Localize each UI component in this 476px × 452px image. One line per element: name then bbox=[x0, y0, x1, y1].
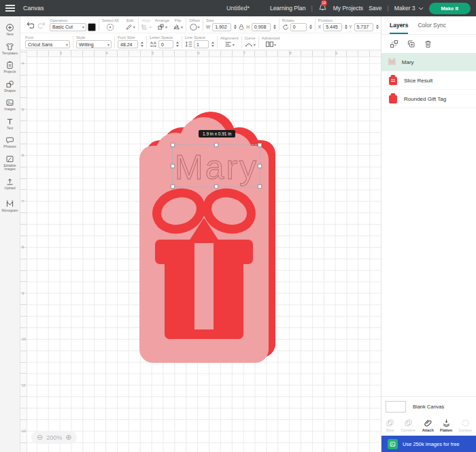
selection-handle[interactable] bbox=[214, 143, 218, 147]
contour-icon bbox=[461, 419, 470, 427]
clipboard-icon bbox=[5, 61, 14, 69]
design-canvas[interactable]: 3456789 456789101112 bbox=[20, 50, 381, 452]
selection-handle[interactable] bbox=[171, 184, 175, 189]
rotate-input[interactable]: 0 bbox=[290, 23, 307, 31]
nav-canvas[interactable]: Canvas bbox=[23, 5, 44, 12]
flip-tool[interactable]: Flip ▾ bbox=[173, 18, 183, 31]
attach-button[interactable]: Attach bbox=[422, 419, 434, 432]
ruler-vertical: 456789101112 bbox=[20, 50, 27, 452]
layer-row-mary[interactable]: M Mary bbox=[381, 53, 476, 71]
selection-box[interactable] bbox=[172, 144, 260, 187]
color-swatch[interactable] bbox=[88, 23, 96, 31]
select-all-tool[interactable]: Select All bbox=[102, 18, 119, 31]
style-select[interactable]: Writing▾ bbox=[76, 40, 112, 48]
blank-canvas-swatch[interactable] bbox=[386, 401, 406, 413]
app-window: Canvas Untitled* Learning Plan | 19 My P… bbox=[0, 0, 476, 452]
images-icon bbox=[5, 98, 14, 107]
edit-tool[interactable]: Edit ▾ bbox=[125, 18, 135, 31]
size-group: Size W 1.902 H 0.908 bbox=[206, 18, 276, 31]
upload-icon bbox=[5, 177, 14, 186]
delete-icon[interactable] bbox=[424, 39, 432, 48]
combine-button[interactable]: Combine bbox=[401, 419, 415, 432]
promo-image-icon bbox=[388, 439, 398, 449]
speech-bubble-icon bbox=[5, 135, 14, 144]
position-y-stepper[interactable] bbox=[376, 25, 379, 30]
sidebar-item-new[interactable]: New bbox=[0, 20, 20, 39]
tab-color-sync[interactable]: Color Sync bbox=[418, 22, 446, 34]
editable-images-icon bbox=[5, 155, 14, 163]
canvas-settings-block: Blank Canvas Slice Combine Attach Flatt bbox=[381, 396, 476, 436]
selection-handle[interactable] bbox=[171, 143, 175, 147]
operation-select[interactable]: Basic Cut▾ bbox=[50, 23, 86, 31]
layer-row-rounded-gift-tag[interactable]: Rounded Gift Tag bbox=[381, 90, 476, 108]
line-space-stepper[interactable] bbox=[211, 42, 214, 47]
selection-handle[interactable] bbox=[258, 184, 262, 189]
letter-space-stepper[interactable] bbox=[176, 42, 179, 47]
height-stepper[interactable] bbox=[273, 25, 276, 30]
line-space-input[interactable]: 1 bbox=[194, 40, 209, 48]
curve-tool[interactable]: Curve ▾ bbox=[245, 36, 256, 48]
flatten-button[interactable]: Flatten bbox=[440, 419, 452, 432]
layer-thumb-text: M bbox=[388, 56, 396, 67]
sidebar-item-phrases[interactable]: Phrases bbox=[0, 133, 20, 152]
left-sidebar: New Templates Projects Shapes Images Tex… bbox=[0, 16, 20, 452]
zoom-in-button[interactable]: ⊕ bbox=[65, 434, 71, 441]
make-it-button[interactable]: Make It bbox=[429, 3, 471, 14]
position-x-input[interactable]: 5.445 bbox=[323, 23, 342, 31]
position-x-stepper[interactable] bbox=[345, 25, 347, 30]
layer-row-slice-result[interactable]: Slice Result bbox=[381, 71, 476, 90]
sidebar-item-upload[interactable]: Upload bbox=[0, 174, 20, 193]
shapes-icon bbox=[5, 80, 14, 88]
lock-icon[interactable] bbox=[238, 23, 245, 31]
images-promo-banner[interactable]: Use 250k images for free bbox=[381, 436, 476, 452]
duplicate-icon[interactable] bbox=[407, 39, 415, 48]
monogram-icon bbox=[5, 199, 14, 208]
selection-handle[interactable] bbox=[258, 164, 262, 168]
zoom-out-button[interactable]: ⊖ bbox=[37, 434, 43, 441]
save-button[interactable]: Save bbox=[369, 5, 381, 12]
learning-plan-link[interactable]: Learning Plan bbox=[270, 5, 305, 12]
align-tool[interactable]: Align ▾ bbox=[141, 18, 152, 31]
contour-button[interactable]: Contour bbox=[458, 419, 472, 432]
font-select[interactable]: Cricut Sans▾ bbox=[25, 40, 70, 48]
undo-icon[interactable] bbox=[25, 20, 34, 29]
tab-layers[interactable]: Layers bbox=[390, 22, 408, 34]
sidebar-item-editable-images[interactable]: Editable Images bbox=[0, 152, 20, 174]
selection-size-tooltip: 1.9 in x 0.91 in bbox=[199, 130, 235, 138]
hamburger-menu-icon[interactable] bbox=[0, 0, 20, 16]
arrange-tool[interactable]: Arrange ▾ bbox=[155, 18, 169, 31]
project-title[interactable]: Untitled* bbox=[226, 5, 250, 12]
my-projects-link[interactable]: My Projects bbox=[333, 5, 363, 12]
rotate-group: Rotate 0 bbox=[282, 18, 312, 31]
group-icon[interactable] bbox=[390, 39, 398, 48]
machine-selector[interactable]: Maker 3 bbox=[394, 5, 424, 12]
advanced-tool[interactable]: Advanced ▾ bbox=[262, 36, 280, 48]
position-y-input[interactable]: 5.737 bbox=[354, 23, 373, 31]
sidebar-item-shapes[interactable]: Shapes bbox=[0, 77, 20, 96]
selection-handle[interactable] bbox=[214, 184, 218, 189]
selection-handle[interactable] bbox=[258, 143, 262, 147]
height-input[interactable]: 0.908 bbox=[252, 23, 271, 31]
zoom-control: ⊖ 200% ⊕ bbox=[31, 431, 77, 444]
redo-icon[interactable] bbox=[38, 20, 47, 29]
width-stepper[interactable] bbox=[234, 25, 237, 30]
selection-handle[interactable] bbox=[171, 164, 175, 168]
alignment-tool[interactable]: Alignment ▾ bbox=[220, 36, 239, 48]
sidebar-item-images[interactable]: Images bbox=[0, 95, 20, 114]
font-size-input[interactable]: 48.24 bbox=[118, 40, 138, 48]
offset-tool[interactable]: Offset ▾ bbox=[189, 18, 200, 31]
width-input[interactable]: 1.902 bbox=[212, 23, 231, 31]
layer-thumb-slice-tag bbox=[388, 75, 398, 86]
sidebar-item-templates[interactable]: Templates bbox=[0, 39, 20, 59]
slice-button[interactable]: Slice bbox=[386, 419, 394, 432]
font-size-stepper[interactable] bbox=[141, 42, 143, 47]
sidebar-item-projects[interactable]: Projects bbox=[0, 58, 20, 77]
letter-space-icon bbox=[150, 41, 157, 48]
notifications-button[interactable]: 19 bbox=[318, 3, 328, 14]
style-group: Style Writing▾ bbox=[76, 35, 112, 48]
sidebar-item-monogram[interactable]: Monogram bbox=[0, 197, 20, 216]
letter-space-input[interactable]: 0 bbox=[158, 40, 173, 48]
rotate-stepper[interactable] bbox=[309, 25, 312, 30]
slice-icon bbox=[386, 419, 394, 427]
sidebar-item-text[interactable]: Text bbox=[0, 114, 20, 133]
